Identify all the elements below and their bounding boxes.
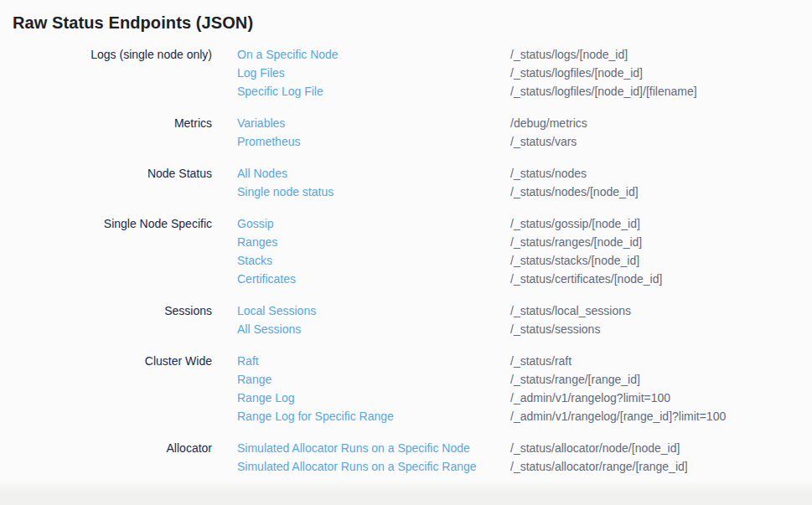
endpoint-path: /_status/allocator/node/[node_id] [510, 439, 812, 457]
endpoint-links: Simulated Allocator Runs on a Specific N… [237, 439, 510, 476]
endpoint-path: /_status/vars [510, 132, 812, 151]
endpoint-link[interactable]: Range Log [237, 389, 510, 407]
endpoint-links: On a Specific NodeLog FilesSpecific Log … [237, 45, 510, 100]
endpoint-link[interactable]: Specific Log File [237, 82, 510, 100]
endpoint-link[interactable]: Prometheus [237, 132, 510, 151]
category-label: Logs (single node only) [0, 45, 212, 100]
raw-status-endpoints-page: Raw Status Endpoints (JSON) Logs (single… [0, 0, 812, 482]
endpoint-path: /debug/metrics [510, 114, 812, 132]
category-label: Sessions [0, 301, 212, 338]
endpoint-link[interactable]: Raft [237, 352, 510, 370]
endpoint-link[interactable]: Range Log for Specific Range [237, 407, 510, 425]
endpoint-path: /_status/nodes/[node_id] [510, 183, 812, 201]
endpoint-path: /_status/allocator/range/[range_id] [510, 457, 812, 476]
endpoint-section: Sessions Local SessionsAll Sessions /_st… [0, 295, 812, 345]
endpoint-link[interactable]: Simulated Allocator Runs on a Specific N… [237, 439, 510, 457]
endpoint-paths: /_status/nodes/_status/nodes/[node_id] [510, 164, 812, 201]
endpoint-link[interactable]: Range [237, 370, 510, 389]
endpoint-paths: /_status/allocator/node/[node_id]/_statu… [510, 439, 812, 476]
endpoint-link[interactable]: Ranges [237, 233, 510, 251]
endpoint-links: GossipRangesStacksCertificates [237, 214, 510, 288]
endpoint-path: /_admin/v1/rangelog/[range_id]?limit=100 [510, 407, 812, 425]
endpoint-links: All NodesSingle node status [237, 164, 510, 201]
endpoint-path: /_admin/v1/rangelog?limit=100 [510, 389, 812, 407]
category-label: Node Status [0, 164, 212, 201]
endpoint-link[interactable]: Simulated Allocator Runs on a Specific R… [237, 457, 510, 476]
endpoint-links: RaftRangeRange LogRange Log for Specific… [237, 352, 510, 425]
endpoint-section: Metrics VariablesPrometheus /debug/metri… [0, 107, 812, 157]
endpoint-link[interactable]: Stacks [237, 251, 510, 270]
category-label: Metrics [0, 114, 212, 151]
endpoint-link[interactable]: Single node status [237, 183, 510, 201]
endpoint-paths: /_status/gossip/[node_id]/_status/ranges… [510, 214, 812, 288]
category-label: Cluster Wide [0, 352, 212, 425]
endpoint-link[interactable]: Local Sessions [237, 301, 510, 320]
endpoint-links: VariablesPrometheus [237, 114, 510, 151]
endpoint-section: Cluster Wide RaftRangeRange LogRange Log… [0, 345, 812, 432]
endpoint-link[interactable]: Variables [237, 114, 510, 132]
endpoint-path: /_status/logs/[node_id] [510, 45, 812, 64]
endpoint-paths: /_status/raft/_status/range/[range_id]/_… [510, 352, 812, 425]
footer-band [0, 482, 812, 505]
endpoint-path: /_status/ranges/[node_id] [510, 233, 812, 251]
endpoint-path: /_status/sessions [510, 320, 812, 338]
endpoint-section: Node Status All NodesSingle node status … [0, 157, 812, 208]
endpoint-link[interactable]: Gossip [237, 214, 510, 233]
endpoint-link[interactable]: On a Specific Node [237, 45, 510, 64]
endpoint-link[interactable]: All Sessions [237, 320, 510, 338]
endpoint-path: /_status/logfiles/[node_id]/[filename] [510, 82, 812, 100]
category-label: Single Node Specific [0, 214, 212, 288]
endpoint-paths: /_status/local_sessions/_status/sessions [510, 301, 812, 338]
endpoint-link[interactable]: All Nodes [237, 164, 510, 183]
endpoint-table: Logs (single node only) On a Specific No… [0, 39, 812, 482]
endpoint-path: /_status/logfiles/[node_id] [510, 64, 812, 82]
endpoint-paths: /_status/logs/[node_id]/_status/logfiles… [510, 45, 812, 100]
endpoint-section: Allocator Simulated Allocator Runs on a … [0, 432, 812, 482]
page-title: Raw Status Endpoints (JSON) [13, 12, 812, 33]
endpoint-path: /_status/local_sessions [510, 301, 812, 320]
endpoint-link[interactable]: Log Files [237, 64, 510, 82]
endpoint-path: /_status/range/[range_id] [510, 370, 812, 389]
endpoint-section: Single Node Specific GossipRangesStacksC… [0, 208, 812, 295]
endpoint-section: Logs (single node only) On a Specific No… [0, 39, 812, 107]
endpoint-path: /_status/stacks/[node_id] [510, 251, 812, 270]
endpoint-path: /_status/gossip/[node_id] [510, 214, 812, 233]
category-label: Allocator [0, 439, 212, 476]
endpoint-path: /_status/nodes [510, 164, 812, 183]
endpoint-path: /_status/certificates/[node_id] [510, 270, 812, 288]
endpoint-links: Local SessionsAll Sessions [237, 301, 510, 338]
endpoint-paths: /debug/metrics/_status/vars [510, 114, 812, 151]
endpoint-path: /_status/raft [510, 352, 812, 370]
endpoint-link[interactable]: Certificates [237, 270, 510, 288]
